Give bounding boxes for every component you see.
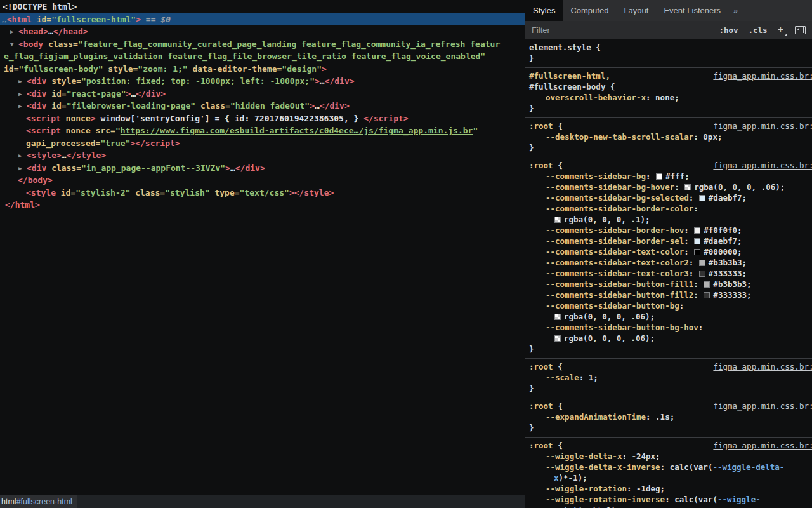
stylesheet-source-link[interactable]: figma_app.min.css.br:1 (713, 440, 812, 451)
css-declaration-line[interactable]: --comments-sidebar-button-bg-hov: (525, 322, 812, 333)
css-selector[interactable]: #fullscreen-html, (525, 70, 713, 81)
dom-tree-row-selected[interactable]: ‥<html id="fullscreen-html"> == $0 (0, 13, 525, 26)
stylesheet-source-link[interactable]: figma_app.min.css.br:1 (713, 361, 812, 372)
css-declaration-line[interactable]: --comments-sidebar-button-fill2: #333333… (525, 290, 812, 300)
css-declaration-line[interactable]: :root {figma_app.min.css.br:1 (525, 440, 812, 451)
dom-tree-row[interactable]: <script nonce src="https://www.figma.com… (0, 124, 525, 137)
color-swatch[interactable] (684, 184, 691, 190)
css-declaration-line[interactable]: } (525, 142, 812, 153)
dom-tree-row[interactable]: <script nonce> window['sentryConfig'] = … (0, 112, 525, 125)
dom-tree-row[interactable]: ▶<div id="filebrowser-loading-page" clas… (0, 100, 525, 112)
css-declaration-line[interactable]: --comments-sidebar-text-color: #000000; (525, 246, 812, 257)
css-declaration-line[interactable]: --comments-sidebar-border-color: (525, 203, 812, 214)
stylesheet-source-link[interactable]: figma_app.min.css.br:1 (713, 160, 812, 171)
css-declaration-line[interactable]: element.style { (525, 42, 812, 53)
css-declaration-line[interactable]: } (525, 103, 812, 114)
color-swatch[interactable] (694, 238, 700, 244)
dom-tree-row[interactable]: </body> (0, 174, 525, 187)
css-declaration-line[interactable]: --comments-sidebar-bg-selected: #daebf7; (525, 192, 812, 203)
css-declaration-line[interactable]: } (525, 422, 812, 433)
tab-computed[interactable]: Computed (563, 0, 616, 21)
color-swatch[interactable] (704, 281, 710, 288)
breadcrumb-item-html[interactable]: html#fullscreen-html (0, 495, 77, 508)
tab-layout[interactable]: Layout (616, 0, 656, 21)
dom-tree-row[interactable]: ▶<div style="position: fixed; top: -1000… (0, 75, 525, 88)
color-swatch[interactable] (554, 217, 561, 223)
css-declaration-line[interactable]: rgba(0, 0, 0, .06); (525, 333, 812, 344)
expand-arrow-icon[interactable]: ▶ (18, 163, 27, 175)
color-swatch[interactable] (694, 227, 700, 234)
expand-arrow-icon[interactable]: ▶ (18, 76, 27, 88)
css-selector[interactable]: :root { (525, 160, 713, 171)
css-declaration-line[interactable]: #fullscreen-body { (525, 81, 812, 92)
color-swatch[interactable] (699, 260, 705, 266)
css-declaration-line[interactable]: --expandAnimationTime: .1s; (525, 411, 812, 422)
css-declaration-line[interactable]: --comments-sidebar-border-sel: #daebf7; (525, 236, 812, 246)
collapse-arrow-icon[interactable]: ▼ (10, 39, 18, 51)
new-style-rule-button[interactable]: + (778, 25, 783, 35)
expand-arrow-icon[interactable]: ▶ (18, 88, 27, 100)
toggle-sidebar-icon[interactable] (795, 26, 806, 34)
css-declaration-line[interactable]: --comments-sidebar-text-color2: #b3b3b3; (525, 257, 812, 268)
dom-tree-row[interactable]: ▼<body class="feature_flag_community_cur… (0, 38, 525, 51)
element-classes-button[interactable]: .cls (749, 25, 768, 35)
tab-event-listeners[interactable]: Event Listeners (656, 0, 728, 21)
color-swatch[interactable] (694, 249, 700, 255)
css-declaration-line[interactable]: --comments-sidebar-button-fill1: #b3b3b3… (525, 279, 812, 290)
css-selector[interactable]: :root { (525, 121, 713, 131)
css-declaration-line[interactable]: rgba(0, 0, 0, .06); (525, 311, 812, 322)
dom-tree-row[interactable]: </html> (0, 199, 525, 211)
css-declaration-line[interactable]: --comments-sidebar-button-bg: (525, 300, 812, 311)
css-declaration-line[interactable]: } (525, 53, 812, 64)
css-declaration-line[interactable]: rgba(0, 0, 0, .1); (525, 214, 812, 225)
css-declaration-line[interactable]: :root {figma_app.min.css.br:1 (525, 160, 812, 171)
dom-tree-row[interactable]: ▶<div class="in_app_page--appFont--3IVZv… (0, 162, 525, 175)
css-declaration-line[interactable]: } (525, 344, 812, 354)
dom-tree-row[interactable]: ▶<div id="react-page">…</div> (0, 88, 525, 100)
tab-styles[interactable]: Styles (525, 0, 563, 21)
dom-tree-row[interactable]: <style id="stylish-2" class="stylish" ty… (0, 187, 525, 199)
css-declaration-line[interactable]: #fullscreen-html,figma_app.min.css.br:1 (525, 70, 812, 81)
stylesheet-source-link[interactable]: figma_app.min.css.br:1 (713, 70, 812, 81)
dom-tree-row[interactable]: e_flag_figjam_plugins_validation feature… (0, 50, 525, 63)
dom-tree-row[interactable]: ▶<head>…</head> (0, 25, 525, 38)
color-swatch[interactable] (554, 314, 561, 320)
css-selector[interactable]: :root { (525, 361, 713, 372)
css-declaration-line[interactable]: --comments-sidebar-bg-hover: rgba(0, 0, … (525, 182, 812, 192)
expand-arrow-icon[interactable]: ▶ (18, 150, 27, 162)
css-declaration-line[interactable]: x)*-1); (525, 472, 812, 483)
dom-tree-row[interactable]: gapi_processed="true"></script> (0, 137, 525, 150)
css-declaration-line[interactable]: :root {figma_app.min.css.br:1 (525, 401, 812, 411)
color-swatch[interactable] (656, 173, 662, 180)
css-declaration-line[interactable]: --wiggle-rotation: -1deg; (525, 483, 812, 494)
stylesheet-source-link[interactable]: figma_app.min.css.br:1 (713, 121, 812, 131)
color-swatch[interactable] (699, 195, 705, 201)
dom-tree-row[interactable]: <!DOCTYPE html> (0, 1, 525, 13)
more-tabs-icon[interactable]: » (728, 0, 743, 21)
css-declaration-line[interactable]: :root {figma_app.min.css.br:1 (525, 121, 812, 131)
css-declaration-line[interactable]: --wiggle-rotation-inverse: calc(var(--wi… (525, 494, 812, 505)
color-swatch[interactable] (699, 271, 705, 277)
css-declaration-line[interactable]: --desktop-new-tab-scroll-scalar: 0px; (525, 131, 812, 142)
css-selector[interactable]: :root { (525, 401, 713, 411)
css-declaration-line[interactable]: rotation)*-1); (525, 505, 812, 508)
stylesheet-source-link[interactable]: figma_app.min.css.br:1 (713, 401, 812, 411)
expand-arrow-icon[interactable]: ▶ (10, 26, 18, 38)
css-declaration-line[interactable]: --scale: 1; (525, 372, 812, 383)
css-declaration-line[interactable]: --wiggle-delta-x-inverse: calc(var(--wig… (525, 462, 812, 472)
css-declaration-line[interactable]: overscroll-behavior-x: none; (525, 92, 812, 103)
css-declaration-line[interactable]: --comments-sidebar-bg: #fff; (525, 171, 812, 182)
css-selector[interactable]: :root { (525, 440, 713, 451)
styles-filter-input[interactable] (532, 25, 709, 35)
color-swatch[interactable] (554, 335, 561, 342)
expand-arrow-icon[interactable]: ▶ (18, 100, 27, 112)
dom-tree-row[interactable]: id="fullscreen-body" style="zoom: 1;" da… (0, 63, 525, 76)
css-declaration-line[interactable]: } (525, 383, 812, 394)
css-declaration-line[interactable]: --comments-sidebar-border-hov: #f0f0f0; (525, 225, 812, 236)
dom-tree-row[interactable]: ▶<style>…</style> (0, 149, 525, 162)
css-declaration-line[interactable]: --comments-sidebar-text-color3: #333333; (525, 268, 812, 279)
css-declaration-line[interactable]: --wiggle-delta-x: -24px; (525, 451, 812, 462)
toggle-element-state-button[interactable]: :hov (719, 25, 738, 35)
color-swatch[interactable] (704, 292, 710, 298)
css-declaration-line[interactable]: :root {figma_app.min.css.br:1 (525, 361, 812, 372)
